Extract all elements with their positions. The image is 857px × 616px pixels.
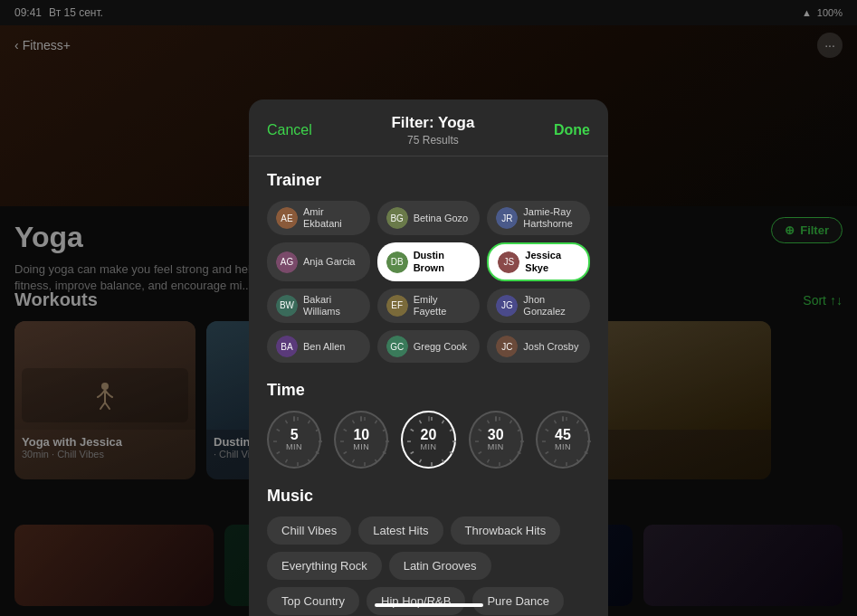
music-tag[interactable]: Throwback Hits — [451, 516, 561, 545]
svg-line-41 — [518, 452, 520, 454]
cancel-button[interactable]: Cancel — [267, 122, 312, 138]
trainer-item[interactable]: AEAmir Ekbatani — [267, 201, 370, 235]
trainer-item[interactable]: JRJamie-Ray Hartshorne — [487, 201, 590, 235]
trainer-name: Gregg Cook — [414, 341, 467, 353]
trainer-name: Emily Fayette — [414, 294, 471, 317]
svg-line-48 — [487, 421, 489, 423]
time-circle-ticks — [471, 412, 528, 470]
svg-line-50 — [576, 421, 578, 423]
modal-subtitle: 75 Results — [391, 134, 474, 147]
time-circle[interactable]: 10MIN — [334, 411, 388, 469]
trainer-name: Jessica Skye — [525, 250, 579, 273]
svg-line-39 — [518, 430, 520, 431]
time-circle-ticks — [336, 412, 394, 470]
music-tag[interactable]: Everything Rock — [267, 552, 382, 580]
music-section-heading: Music — [267, 487, 590, 506]
time-circles: 5MIN10MIN20MIN30MIN45MIN — [267, 411, 590, 469]
trainer-item[interactable]: JGJhon Gonzalez — [487, 289, 590, 323]
trainer-avatar: BA — [276, 336, 298, 357]
svg-line-20 — [353, 460, 355, 462]
trainer-name: Anja Garcia — [303, 256, 355, 268]
svg-line-27 — [450, 430, 452, 431]
trainer-name: Ben Allen — [303, 341, 345, 353]
svg-line-59 — [545, 430, 548, 431]
trainer-item[interactable]: BABen Allen — [267, 330, 370, 363]
svg-line-18 — [376, 460, 377, 462]
trainer-name: Jhon Gonzalez — [523, 294, 581, 317]
trainer-grid: AEAmir EkbataniBGBetina GozoJRJamie-Ray … — [267, 201, 590, 363]
trainer-name: Amir Ekbatani — [303, 206, 361, 230]
svg-line-57 — [545, 452, 548, 454]
time-circle[interactable]: 20MIN — [401, 411, 455, 469]
trainer-avatar: DB — [386, 251, 408, 273]
svg-line-32 — [420, 460, 422, 462]
time-circle[interactable]: 45MIN — [536, 411, 590, 469]
svg-line-17 — [383, 452, 386, 454]
time-circle-ticks — [538, 412, 595, 470]
svg-line-44 — [487, 460, 489, 462]
svg-line-54 — [576, 460, 578, 462]
svg-line-33 — [411, 452, 414, 454]
trainer-avatar: EF — [386, 295, 408, 317]
modal-title: Filter: Yoga — [391, 114, 474, 132]
trainer-avatar: AG — [276, 251, 298, 273]
trainer-item[interactable]: BGBetina Gozo — [377, 201, 481, 235]
svg-line-6 — [309, 460, 310, 462]
svg-line-29 — [450, 452, 452, 454]
svg-line-45 — [478, 452, 481, 454]
svg-line-56 — [554, 460, 556, 462]
svg-line-3 — [316, 430, 319, 431]
music-tag[interactable]: Top Country — [267, 587, 359, 615]
trainer-avatar: BW — [276, 295, 298, 317]
trainer-item[interactable]: GCGregg Cook — [377, 330, 481, 363]
svg-line-51 — [585, 430, 587, 431]
modal-header: Cancel Filter: Yoga 75 Results Done — [249, 100, 608, 156]
svg-line-23 — [344, 430, 347, 431]
trainer-item[interactable]: JCJosh Crosby — [487, 330, 590, 363]
modal-body: Trainer AEAmir EkbataniBGBetina GozoJRJa… — [249, 156, 608, 616]
svg-line-12 — [286, 421, 288, 423]
music-tags: Chill VibesLatest HitsThrowback HitsEver… — [267, 516, 590, 616]
done-button[interactable]: Done — [554, 122, 590, 138]
trainer-avatar: BG — [386, 207, 408, 229]
trainer-item[interactable]: DBDustin Brown — [377, 242, 481, 280]
svg-line-38 — [509, 421, 511, 423]
svg-line-47 — [478, 430, 481, 431]
trainer-item[interactable]: AGAnja Garcia — [267, 242, 370, 280]
trainer-avatar: JR — [496, 207, 518, 229]
time-section-heading: Time — [267, 381, 590, 400]
modal-title-group: Filter: Yoga 75 Results — [391, 114, 474, 147]
trainer-item[interactable]: JSJessica Skye — [487, 242, 590, 280]
svg-line-14 — [376, 421, 377, 423]
trainer-avatar: JS — [498, 251, 519, 273]
svg-line-30 — [443, 460, 444, 462]
trainer-name: Jamie-Ray Hartshorne — [523, 206, 581, 230]
time-circle-ticks — [403, 412, 461, 470]
music-tag[interactable]: Chill Vibes — [267, 516, 351, 545]
time-circle-ticks — [269, 412, 327, 470]
svg-line-42 — [509, 460, 511, 462]
time-section: Time 5MIN10MIN20MIN30MIN45MIN — [267, 381, 590, 469]
svg-line-15 — [383, 430, 386, 431]
trainer-avatar: JC — [496, 336, 518, 357]
svg-line-26 — [443, 421, 444, 423]
svg-line-9 — [277, 452, 280, 454]
music-tag[interactable]: Pure Dance — [472, 587, 564, 615]
time-circle[interactable]: 5MIN — [267, 411, 321, 469]
time-circle[interactable]: 30MIN — [469, 411, 523, 469]
music-tag[interactable]: Latin Grooves — [389, 552, 491, 580]
trainer-name: Dustin Brown — [414, 250, 471, 273]
trainer-item[interactable]: EFEmily Fayette — [377, 289, 481, 323]
trainer-avatar: AE — [276, 207, 298, 229]
music-tag[interactable]: Latest Hits — [358, 516, 443, 545]
music-tag[interactable]: Hip Hop/R&B — [367, 587, 465, 615]
trainer-name: Josh Crosby — [523, 341, 578, 353]
music-section: Music Chill VibesLatest HitsThrowback Hi… — [267, 487, 590, 616]
svg-line-8 — [286, 460, 288, 462]
svg-line-36 — [420, 421, 422, 423]
svg-line-35 — [411, 430, 414, 431]
svg-line-53 — [585, 452, 587, 454]
trainer-name: Bakari Williams — [303, 294, 361, 317]
trainer-item[interactable]: BWBakari Williams — [267, 289, 370, 323]
trainer-name: Betina Gozo — [414, 213, 469, 224]
